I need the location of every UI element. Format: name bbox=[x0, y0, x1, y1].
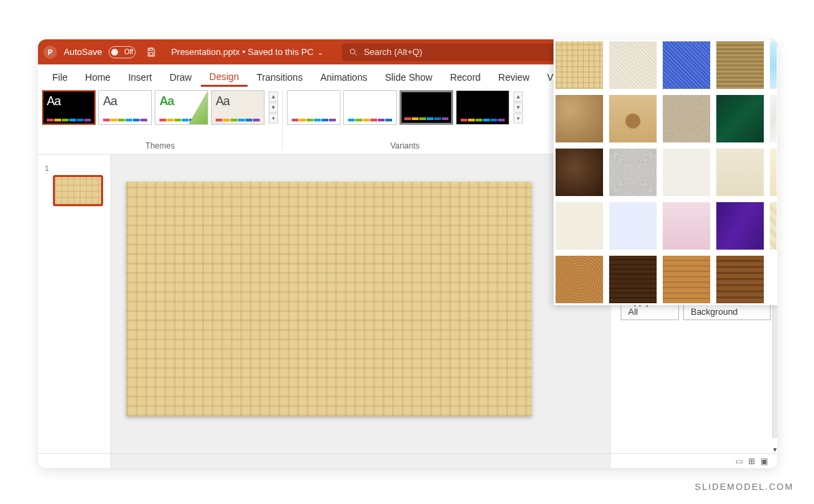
view-normal-icon[interactable]: ▭ bbox=[735, 457, 743, 466]
texture-sand[interactable] bbox=[663, 95, 710, 142]
texture-newsprint[interactable] bbox=[663, 149, 710, 196]
texture-fish-fossil[interactable] bbox=[609, 95, 657, 142]
texture-medium-wood[interactable] bbox=[716, 256, 764, 303]
theme-office[interactable]: Aa bbox=[42, 90, 96, 125]
texture-oak[interactable] bbox=[663, 256, 710, 303]
menu-file[interactable]: File bbox=[43, 68, 77, 87]
search-placeholder: Search (Alt+Q) bbox=[364, 47, 422, 57]
menu-draw[interactable]: Draw bbox=[161, 68, 201, 87]
document-title[interactable]: Presentation.pptx • Saved to this PC⌄ bbox=[171, 47, 323, 57]
svg-point-2 bbox=[350, 49, 355, 54]
variant-3[interactable] bbox=[400, 90, 453, 125]
variants-spinner[interactable]: ▲▼▾ bbox=[513, 92, 523, 123]
texture-bouquet[interactable] bbox=[770, 202, 777, 250]
themes-group: Aa Aa Aa Aa ▲▼▾ Themes bbox=[38, 87, 282, 154]
texture-brown-leather[interactable] bbox=[556, 149, 603, 196]
autosave-label: AutoSave bbox=[64, 47, 102, 57]
menu-record[interactable]: Record bbox=[441, 68, 489, 87]
panel-scroll-down-icon[interactable]: ▼ bbox=[771, 446, 777, 453]
menu-review[interactable]: Review bbox=[490, 68, 539, 87]
texture-recycled-paper[interactable] bbox=[716, 149, 764, 196]
texture-blue-tissue[interactable] bbox=[609, 202, 657, 250]
theme-4[interactable]: Aa bbox=[211, 90, 265, 125]
powerpoint-icon: P bbox=[43, 45, 57, 59]
menu-home[interactable]: Home bbox=[77, 68, 119, 87]
texture-cork[interactable] bbox=[556, 256, 603, 303]
menu-transitions[interactable]: Transitions bbox=[248, 68, 311, 87]
texture-purple-mesh[interactable] bbox=[716, 202, 764, 250]
menu-animations[interactable]: Animations bbox=[311, 68, 376, 87]
variant-4[interactable] bbox=[456, 90, 509, 125]
theme-2[interactable]: Aa bbox=[98, 90, 152, 125]
texture-papyrus[interactable] bbox=[556, 41, 603, 89]
texture-denim[interactable] bbox=[663, 41, 710, 89]
texture-water-droplets[interactable] bbox=[770, 41, 777, 89]
slide-thumbnail-1[interactable] bbox=[53, 175, 103, 206]
svg-rect-0 bbox=[150, 48, 153, 50]
texture-white-marble[interactable] bbox=[770, 95, 777, 142]
texture-stationery[interactable] bbox=[556, 202, 603, 250]
slide-thumbnail-panel[interactable]: 1 bbox=[38, 155, 111, 468]
texture-walnut[interactable] bbox=[609, 256, 657, 303]
texture-green-marble[interactable] bbox=[716, 95, 764, 142]
texture-extra[interactable] bbox=[770, 256, 777, 303]
variant-1[interactable] bbox=[287, 90, 341, 125]
texture-canvas[interactable] bbox=[609, 41, 657, 89]
status-bar: ▭ ⊞ ▣ bbox=[38, 453, 777, 468]
slide-canvas[interactable] bbox=[126, 182, 532, 416]
menu-slide-show[interactable]: Slide Show bbox=[376, 68, 441, 87]
search-input[interactable]: Search (Alt+Q) bbox=[342, 43, 559, 61]
view-reading-icon[interactable]: ▣ bbox=[760, 457, 768, 466]
svg-rect-1 bbox=[150, 52, 153, 55]
variant-2[interactable] bbox=[343, 90, 397, 125]
texture-paper-bag[interactable] bbox=[556, 95, 603, 142]
texture-parchment[interactable] bbox=[770, 149, 777, 196]
menu-insert[interactable]: Insert bbox=[119, 68, 161, 87]
texture-woven-mat[interactable] bbox=[716, 41, 764, 89]
save-icon[interactable] bbox=[145, 46, 157, 58]
menu-design[interactable]: Design bbox=[201, 67, 248, 87]
texture-granite[interactable] bbox=[609, 149, 657, 196]
themes-spinner[interactable]: ▲▼▾ bbox=[269, 92, 278, 123]
view-sorter-icon[interactable]: ⊞ bbox=[748, 457, 755, 466]
app-window: P AutoSave Off Presentation.pptx • Saved… bbox=[38, 39, 777, 468]
texture-pink-tissue[interactable] bbox=[663, 202, 710, 250]
variants-group: ▲▼▾ Variants bbox=[283, 87, 527, 154]
autosave-toggle[interactable]: Off bbox=[109, 46, 136, 58]
theme-3[interactable]: Aa bbox=[155, 90, 208, 125]
watermark: SLIDEMODEL.COM bbox=[695, 482, 794, 492]
svg-line-3 bbox=[355, 53, 357, 55]
slide-canvas-area[interactable] bbox=[111, 155, 611, 468]
themes-label: Themes bbox=[145, 141, 174, 153]
texture-gallery bbox=[554, 39, 777, 305]
slide-number: 1 bbox=[45, 164, 49, 172]
variants-label: Variants bbox=[390, 141, 419, 153]
